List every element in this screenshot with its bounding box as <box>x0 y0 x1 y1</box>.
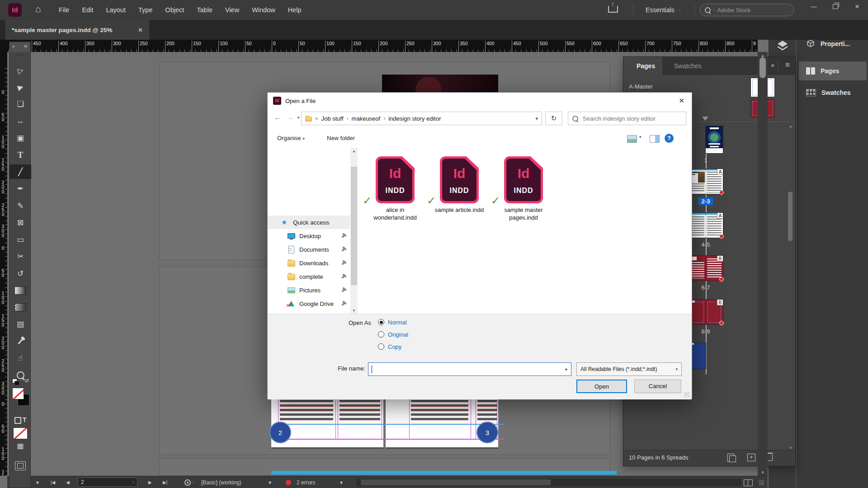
sidebar-item-google-drive[interactable]: ✕Google Drive <box>268 297 350 310</box>
sidebar-scrollbar[interactable]: ▴ ▾ <box>350 148 358 314</box>
menu-edit[interactable]: Edit <box>82 6 93 14</box>
cancel-button[interactable]: Cancel <box>634 380 681 393</box>
preflight-profile[interactable]: [Basic] (working) <box>201 476 241 488</box>
apply-none-swatch[interactable] <box>13 427 28 439</box>
page-tool[interactable]: ❏ <box>9 97 31 111</box>
dialog-resize-grip[interactable] <box>684 392 690 398</box>
page-thumbnail-8-9[interactable]: B <box>689 300 723 324</box>
page-thumbnail-2-3[interactable]: A <box>689 169 723 194</box>
breadcrumb[interactable]: « Job stuff›makeuseof›indesign story edi… <box>301 112 542 125</box>
document-tab[interactable]: *sample master pages.indd @ 25% ✕ <box>5 20 149 40</box>
pen-tool[interactable]: ✒ <box>9 182 31 196</box>
menu-file[interactable]: File <box>59 6 69 14</box>
scroll-down-icon[interactable]: ▾ <box>787 446 794 450</box>
sidebar-item-desktop[interactable]: Desktop <box>268 229 350 243</box>
preflight-menu[interactable]: ▾ <box>184 476 194 488</box>
file-item[interactable]: IdINDD✓alice in wonderland.indd <box>368 156 422 221</box>
status-chevron-icon[interactable]: ▾ <box>36 476 39 488</box>
tab-swatches[interactable]: Swatches <box>667 57 709 75</box>
error-count[interactable]: 2 errors <box>297 476 315 488</box>
page-thumbnail-6-7[interactable]: B <box>689 256 723 281</box>
minimize-button[interactable]: — <box>803 0 825 14</box>
refresh-button[interactable]: ↻ <box>545 112 562 125</box>
sidebar-item-downloads[interactable]: Downloads <box>268 256 350 270</box>
open-as-option-original[interactable]: Original <box>378 330 408 339</box>
menu-view[interactable]: View <box>225 6 239 14</box>
hand-tool[interactable]: ☝ <box>9 351 31 366</box>
canvas-vertical-scrollbar[interactable]: ▴ ▾ <box>758 52 768 476</box>
free-transform-tool[interactable]: ↺ <box>9 266 31 281</box>
scrollbar-thumb[interactable] <box>361 479 551 485</box>
dialog-close-icon[interactable]: ✕ <box>679 97 684 105</box>
workspace-switcher[interactable]: Essentials ▾ <box>646 0 681 20</box>
page-thumbnail-4-5[interactable]: A <box>689 213 723 238</box>
chevron-down-icon[interactable]: ▾ <box>340 476 343 488</box>
radio-button[interactable] <box>378 319 384 325</box>
pages-panel-scrollbar[interactable]: ▴ ▾ <box>787 124 793 450</box>
page-label-4-5[interactable]: 4-5 <box>689 241 723 248</box>
first-page-button[interactable]: |◀ <box>51 476 55 488</box>
gradient-tool[interactable] <box>9 283 31 298</box>
radio-button[interactable] <box>378 331 384 338</box>
chevron-down-icon[interactable]: ▾ <box>269 476 271 488</box>
page-label-6-7[interactable]: 6-7 <box>689 284 723 291</box>
scrollbar-thumb[interactable] <box>351 167 357 285</box>
file-type-select[interactable]: All Readable Files (*.indd;*.indt) ▾ <box>576 362 682 376</box>
menu-object[interactable]: Object <box>165 6 184 14</box>
scroll-down-icon[interactable]: ▾ <box>758 469 768 475</box>
menu-table[interactable]: Table <box>197 6 212 14</box>
master-page-label[interactable]: A-Master <box>629 83 653 90</box>
panel-close-icon[interactable]: ✕ <box>24 44 28 49</box>
forward-icon[interactable]: → <box>287 113 294 122</box>
breadcrumb-dropdown-icon[interactable]: ▾ <box>535 116 538 122</box>
view-options-icon[interactable]: ▦ <box>9 441 31 450</box>
organise-menu[interactable]: Organise ▾ <box>277 135 305 141</box>
view-mode-dropdown-icon[interactable]: ▾ <box>639 135 642 139</box>
eyedropper-tool[interactable] <box>9 334 31 348</box>
page-label-2-3[interactable]: 2-3 <box>689 197 723 205</box>
formatting-container-icon[interactable] <box>14 417 21 424</box>
indesign-logo[interactable]: Id <box>8 3 22 17</box>
panel-expand-icon[interactable]: » <box>12 44 15 49</box>
dock-button-swatches[interactable]: Swatches <box>799 83 867 102</box>
breadcrumb-segment[interactable]: makeuseof <box>352 115 381 122</box>
page-label-1[interactable]: 1 <box>689 157 723 164</box>
recent-locations-icon[interactable]: ▾ <box>297 115 300 120</box>
share-icon[interactable] <box>608 6 618 13</box>
open-as-option-normal[interactable]: Normal <box>378 318 407 327</box>
menu-window[interactable]: Window <box>252 6 275 14</box>
add-page-icon[interactable]: + <box>747 454 755 461</box>
view-mode-icon[interactable] <box>627 135 637 143</box>
open-as-option-copy[interactable]: Copy <box>378 342 401 351</box>
frame-tool[interactable]: ⊠ <box>9 216 31 230</box>
breadcrumb-root[interactable]: « <box>315 115 318 122</box>
dialog-title-bar[interactable]: Id Open a File ✕ <box>268 93 692 109</box>
close-button[interactable]: ✕ <box>846 0 868 14</box>
file-name-combo[interactable]: ▾ <box>368 362 571 376</box>
menu-type[interactable]: Type <box>138 6 152 14</box>
radio-button[interactable] <box>378 343 384 350</box>
type-tool[interactable]: T <box>9 148 31 162</box>
swap-fill-stroke-icon[interactable]: ⇄ <box>25 378 29 384</box>
rectangle-tool[interactable]: ▭ <box>9 232 31 247</box>
fill-swatch[interactable] <box>12 388 24 399</box>
chevron-down-icon[interactable]: ▾ <box>565 367 567 372</box>
panel-menu-icon[interactable]: ≡ <box>785 61 790 70</box>
page-label-8-9[interactable]: 8-9 <box>689 328 723 335</box>
page-number-combo[interactable]: 2 ▾ <box>78 478 137 487</box>
fill-stroke-controls[interactable]: ⇄ <box>9 378 31 415</box>
scissors-tool[interactable]: ✂ <box>9 249 31 264</box>
edit-page-size-icon[interactable] <box>727 454 734 462</box>
tab-close-icon[interactable]: ✕ <box>138 26 143 33</box>
layers-icon[interactable] <box>776 40 789 52</box>
vertical-ruler[interactable]: 05 01 0 01 5 02 0 02 5 03 0 005 01 0 01 … <box>0 52 7 476</box>
pencil-tool[interactable]: ✎ <box>9 198 31 213</box>
sidebar-item-quick-access[interactable]: ★Quick access <box>268 216 350 229</box>
tab-pages[interactable]: ◇ Pages <box>623 57 662 75</box>
preview-pane-icon[interactable] <box>650 135 660 143</box>
scrollbar-thumb[interactable] <box>760 57 766 78</box>
formatting-text-icon[interactable]: T <box>23 416 27 423</box>
panel-expand-icon[interactable]: » <box>771 61 774 69</box>
fill-stroke-mini-icon[interactable] <box>12 379 17 383</box>
dialog-search-box[interactable] <box>568 112 686 125</box>
